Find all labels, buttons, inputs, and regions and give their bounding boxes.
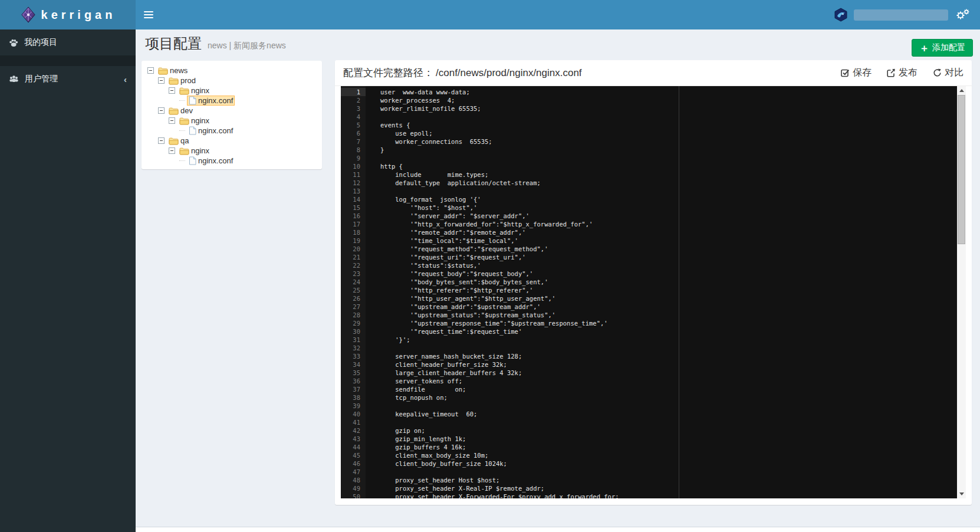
collapse-expander-icon[interactable] <box>169 147 175 154</box>
username-blurred[interactable] <box>854 9 948 21</box>
tree-node-news[interactable]: news <box>147 65 316 75</box>
publish-button[interactable]: 发布 <box>887 67 917 79</box>
code-line[interactable]: proxy_set_header Host $host; <box>380 476 957 484</box>
code-line[interactable] <box>380 418 957 426</box>
scroll-down-arrow[interactable] <box>957 490 966 498</box>
code-line[interactable]: '"upstream_response_time":"$upstream_res… <box>380 319 957 327</box>
config-path: 配置文件完整路径：/conf/news/prod/nginx/nginx.con… <box>343 66 582 80</box>
code-line[interactable]: user www-data www-data; <box>380 88 957 96</box>
collapse-expander-icon[interactable] <box>147 67 154 74</box>
tree-node-nginx[interactable]: nginx <box>147 146 316 156</box>
tree-node-dev[interactable]: dev <box>147 106 316 116</box>
code-line[interactable]: '"http_user_agent":"$http_user_agent",' <box>380 294 957 303</box>
code-line[interactable]: large_client_header_buffers 4 32k; <box>380 369 957 377</box>
code-line[interactable]: events { <box>380 121 957 129</box>
collapse-expander-icon[interactable] <box>158 137 165 144</box>
code-line[interactable]: gzip_buffers 4 16k; <box>380 443 957 451</box>
code-line[interactable] <box>380 468 957 476</box>
collapse-expander-icon[interactable] <box>169 117 175 124</box>
scrollbar-thumb[interactable] <box>958 95 965 244</box>
user-avatar[interactable] <box>834 8 848 22</box>
code-line[interactable]: client_header_buffer_size 32k; <box>380 360 957 369</box>
sidebar-toggle-button[interactable] <box>136 0 162 29</box>
tree-node-qa[interactable]: qa <box>147 136 316 146</box>
code-line[interactable]: proxy_set_header X-Real-IP $remote_addr; <box>380 484 957 492</box>
collapse-expander-icon[interactable] <box>158 107 165 114</box>
code-pane[interactable]: user www-data www-data;worker_processes … <box>366 86 957 498</box>
code-line[interactable]: http { <box>380 162 957 170</box>
code-line[interactable] <box>380 113 957 121</box>
code-line[interactable]: } <box>380 146 957 154</box>
tree-node-inner[interactable]: dev <box>167 106 195 116</box>
tree-node-nginx.conf[interactable]: nginx.conf <box>147 156 316 166</box>
code-line[interactable]: '"remote_addr":"$remote_addr",' <box>380 228 957 237</box>
code-line[interactable]: '"http_referer":"$http_referer",' <box>380 286 957 294</box>
code-line[interactable] <box>380 187 957 195</box>
code-line[interactable]: worker_processes 4; <box>380 96 957 104</box>
code-line[interactable]: '"status":$status,' <box>380 261 957 270</box>
code-line[interactable]: sendfile on; <box>380 385 957 393</box>
sidebar-item-my-projects[interactable]: 我的项目 <box>0 29 136 55</box>
tree-node-inner[interactable]: qa <box>167 136 190 146</box>
scroll-up-arrow[interactable] <box>957 86 966 95</box>
code-line[interactable]: use epoll; <box>380 129 957 137</box>
code-line[interactable]: '"time_local":"$time_local",' <box>380 237 957 245</box>
brand-title: kerrigan <box>41 8 116 22</box>
code-line[interactable]: '"upstream_addr":"$upstream_addr",' <box>380 303 957 311</box>
tree-node-prod[interactable]: prod <box>147 75 316 86</box>
code-line[interactable]: '"body_bytes_sent":$body_bytes_sent,' <box>380 278 957 286</box>
code-line[interactable]: '"request_uri":"$request_uri",' <box>380 253 957 261</box>
save-button[interactable]: 保存 <box>841 67 872 79</box>
code-line[interactable]: client_max_body_size 10m; <box>380 451 957 459</box>
code-line[interactable] <box>380 402 957 410</box>
code-line[interactable] <box>380 344 957 352</box>
content-header: 项目配置 news | 新闻服务news <box>145 34 286 53</box>
tree-node-nginx[interactable]: nginx <box>147 116 316 126</box>
tree-node-inner[interactable]: nginx <box>177 116 211 126</box>
tree-node-inner[interactable]: nginx.conf <box>187 156 235 166</box>
tree-node-inner[interactable]: nginx.conf <box>187 126 235 136</box>
code-line[interactable]: '"request_method":"$request_method",' <box>380 245 957 253</box>
code-line[interactable]: '"host": "$host",' <box>380 203 957 212</box>
tree-node-inner[interactable]: nginx.conf <box>187 96 235 106</box>
tree-node-inner[interactable]: nginx <box>177 86 211 96</box>
code-line[interactable]: '"request_body":"$request_body",' <box>380 270 957 278</box>
code-editor[interactable]: 1234567891011121314151617181920212223242… <box>341 86 966 498</box>
plus-icon: ＋ <box>919 43 929 53</box>
settings-cogs-icon[interactable] <box>954 6 972 24</box>
code-line[interactable]: gzip on; <box>380 426 957 435</box>
tree-node-inner[interactable]: prod <box>167 75 198 86</box>
code-line[interactable] <box>380 154 957 162</box>
code-line[interactable]: include mime.types; <box>380 170 957 179</box>
compare-button[interactable]: 对比 <box>933 67 963 79</box>
sidebar-item-user-management[interactable]: 用户管理 ‹ <box>0 66 136 92</box>
code-line[interactable]: '"server_addr": "$server_addr",' <box>380 212 957 220</box>
code-line[interactable]: server_tokens off; <box>380 377 957 385</box>
code-line[interactable]: '"upstream_status":"$upstream_status",' <box>380 311 957 319</box>
editor-scrollbar[interactable] <box>957 86 966 498</box>
tree-node-nginx.conf[interactable]: nginx.conf <box>147 126 316 136</box>
code-line[interactable]: tcp_nopush on; <box>380 393 957 402</box>
code-line[interactable]: worker_rlimit_nofile 65535; <box>380 104 957 113</box>
code-line[interactable]: server_names_hash_bucket_size 128; <box>380 352 957 360</box>
code-line[interactable]: log_format jsonlog '{' <box>380 195 957 203</box>
collapse-expander-icon[interactable] <box>158 77 165 84</box>
code-line[interactable]: client_body_buffer_size 1024k; <box>380 459 957 468</box>
logo-box[interactable]: kerrigan <box>0 0 136 29</box>
tree-node-inner[interactable]: nginx <box>177 146 211 156</box>
tree-node-nginx[interactable]: nginx <box>147 86 316 96</box>
code-line[interactable]: '}'; <box>380 336 957 344</box>
code-line[interactable]: '"http_x_forwarded_for":"$http_x_forward… <box>380 220 957 228</box>
gutter-line-number: 30 <box>341 327 366 336</box>
publish-label: 发布 <box>899 67 917 79</box>
code-line[interactable]: default_type application/octet-stream; <box>380 179 957 187</box>
code-line[interactable]: '"request_time":$request_time' <box>380 327 957 336</box>
tree-node-inner[interactable]: news <box>156 65 189 75</box>
code-line[interactable]: gzip_min_length 1k; <box>380 435 957 443</box>
code-line[interactable]: keepalive_timeout 60; <box>380 410 957 418</box>
add-config-button[interactable]: ＋ 添加配置 <box>912 39 973 57</box>
code-line[interactable]: proxy_set_header X-Forwarded-For $proxy_… <box>380 492 957 498</box>
collapse-expander-icon[interactable] <box>169 87 175 94</box>
code-line[interactable]: worker_connections 65535; <box>380 137 957 146</box>
tree-node-nginx.conf[interactable]: nginx.conf <box>147 96 316 106</box>
